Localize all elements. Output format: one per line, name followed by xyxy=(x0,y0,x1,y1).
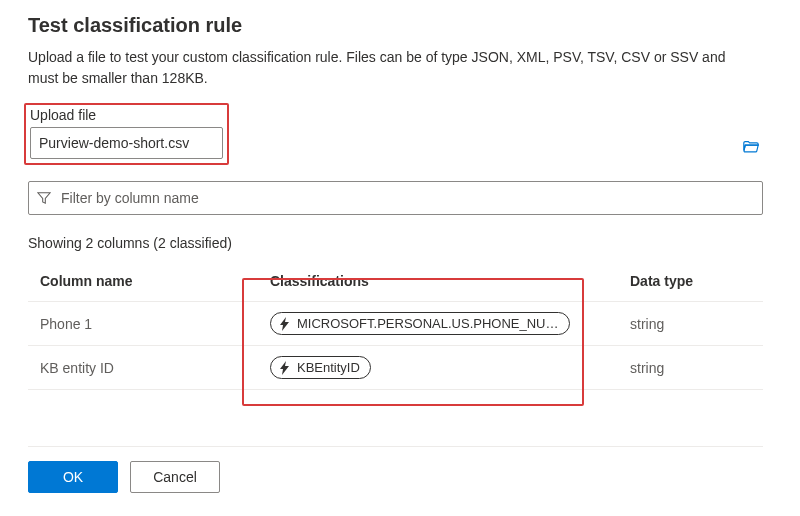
classification-label: MICROSOFT.PERSONAL.US.PHONE_NU… xyxy=(297,316,559,331)
classification-pill[interactable]: MICROSOFT.PERSONAL.US.PHONE_NU… xyxy=(270,312,570,335)
upload-file-label: Upload file xyxy=(30,107,223,123)
column-header-name: Column name xyxy=(28,263,258,302)
cell-classification: KBEntityID xyxy=(258,346,618,390)
results-summary: Showing 2 columns (2 classified) xyxy=(28,235,772,251)
columns-table: Column name Classifications Data type Ph… xyxy=(28,263,763,390)
upload-file-input[interactable] xyxy=(30,127,223,159)
classification-pill[interactable]: KBEntityID xyxy=(270,356,371,379)
upload-file-highlight: Upload file xyxy=(24,103,229,165)
page-title: Test classification rule xyxy=(28,14,772,37)
filter-input-wrapper[interactable] xyxy=(28,181,763,215)
ok-button[interactable]: OK xyxy=(28,461,118,493)
divider xyxy=(28,446,763,447)
browse-file-button[interactable] xyxy=(739,131,763,163)
column-header-datatype: Data type xyxy=(618,263,763,302)
table-row: KB entity ID KBEntityID string xyxy=(28,346,763,390)
dialog-button-row: OK Cancel xyxy=(28,461,772,493)
filter-by-column-input[interactable] xyxy=(59,189,754,207)
cell-classification: MICROSOFT.PERSONAL.US.PHONE_NU… xyxy=(258,302,618,346)
bolt-icon xyxy=(279,361,291,375)
cancel-button[interactable]: Cancel xyxy=(130,461,220,493)
upload-file-row: Upload file xyxy=(28,103,763,165)
column-header-classifications: Classifications xyxy=(258,263,618,302)
page-description: Upload a file to test your custom classi… xyxy=(28,47,728,89)
test-classification-panel: Test classification rule Upload a file t… xyxy=(0,0,800,516)
filter-icon xyxy=(37,191,51,205)
cell-column-name: Phone 1 xyxy=(28,302,258,346)
cell-datatype: string xyxy=(618,302,763,346)
filter-row xyxy=(28,181,763,215)
table-row: Phone 1 MICROSOFT.PERSONAL.US.PHONE_NU… … xyxy=(28,302,763,346)
folder-open-icon xyxy=(742,138,760,156)
cell-datatype: string xyxy=(618,346,763,390)
classification-label: KBEntityID xyxy=(297,360,360,375)
cell-column-name: KB entity ID xyxy=(28,346,258,390)
bolt-icon xyxy=(279,317,291,331)
